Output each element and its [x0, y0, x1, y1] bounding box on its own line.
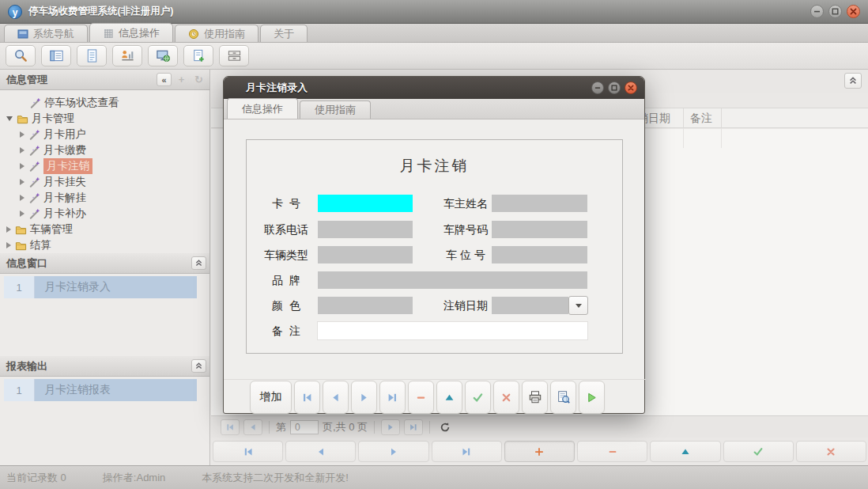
collapsed-arrow-icon[interactable]: [20, 179, 25, 185]
tab-system-nav[interactable]: 系统导航: [4, 25, 88, 42]
first-record-button[interactable]: [294, 381, 320, 414]
vehicle-type-input[interactable]: [318, 246, 413, 263]
cancel-button[interactable]: [493, 381, 519, 414]
search-button[interactable]: [6, 45, 36, 66]
record-edit-button[interactable]: [650, 441, 720, 462]
page-number-input[interactable]: [290, 420, 319, 434]
tab-user-guide[interactable]: 使用指南: [175, 25, 259, 42]
tree-item-settlement[interactable]: 结算: [0, 237, 209, 253]
page-prev-button[interactable]: [243, 419, 262, 435]
tree-item-label: 月卡缴费: [43, 143, 86, 157]
dialog-maximize-button[interactable]: [608, 82, 621, 94]
chevron-down-icon: [576, 304, 582, 308]
dialog-titlebar[interactable]: 月卡注销录入: [224, 77, 644, 99]
execute-button[interactable]: [579, 381, 605, 414]
space-no-input[interactable]: [492, 246, 587, 263]
remark-input[interactable]: [318, 322, 587, 339]
collapsed-arrow-icon[interactable]: [6, 242, 11, 248]
print-button[interactable]: [522, 381, 548, 414]
add-button[interactable]: 增加: [250, 381, 292, 414]
minimize-button[interactable]: [810, 5, 824, 18]
add-icon[interactable]: +: [174, 73, 189, 86]
tree-item-monthly-card-mgmt[interactable]: 月卡管理: [0, 111, 209, 127]
user-report-button[interactable]: [112, 45, 142, 66]
page-last-button[interactable]: [404, 419, 423, 435]
column-header-remark[interactable]: 备注: [690, 108, 720, 129]
edit-button[interactable]: [436, 381, 462, 414]
data-list-icon: [49, 48, 64, 63]
owner-name-input[interactable]: [492, 195, 587, 212]
panel-title: 信息管理: [6, 73, 47, 87]
wand-icon: [29, 97, 41, 109]
info-window-row[interactable]: 1 月卡注销录入: [4, 276, 197, 298]
status-bar: 当前记录数 0 操作者:Admin 本系统支持二次开发和全新开发!: [0, 465, 868, 489]
collapsed-arrow-icon[interactable]: [20, 147, 25, 154]
collapse-sidebar-button[interactable]: «: [157, 73, 172, 86]
tree-item-card-unloss[interactable]: 月卡解挂: [0, 190, 209, 206]
record-first-button[interactable]: [213, 441, 283, 462]
tab-info-operation[interactable]: 信息操作: [89, 23, 173, 42]
last-record-button[interactable]: [379, 381, 406, 414]
drawer-button[interactable]: [219, 45, 249, 66]
page-next-button[interactable]: [381, 419, 400, 435]
monitor-button[interactable]: [148, 45, 178, 66]
prev-record-button[interactable]: [323, 381, 349, 414]
tree-item-card-reissue[interactable]: 月卡补办: [0, 206, 209, 222]
tree-item-card-cancel[interactable]: 月卡注销: [0, 158, 209, 174]
record-cancel-button[interactable]: [796, 441, 866, 462]
folder-icon: [17, 113, 28, 125]
maximize-button[interactable]: [828, 5, 842, 18]
delete-button[interactable]: [408, 381, 434, 414]
close-button[interactable]: [847, 5, 860, 18]
record-delete-button[interactable]: [577, 441, 647, 462]
collapsed-arrow-icon[interactable]: [20, 163, 25, 169]
collapsed-arrow-icon[interactable]: [20, 195, 25, 201]
color-input[interactable]: [318, 297, 413, 314]
tree-item-vehicle-mgmt[interactable]: 车辆管理: [0, 222, 209, 237]
tree-item-parking-status[interactable]: 停车场状态查看: [0, 95, 209, 111]
print-preview-button[interactable]: [550, 381, 576, 414]
minus-icon: [607, 446, 618, 457]
collapsed-arrow-icon[interactable]: [20, 210, 25, 217]
record-last-button[interactable]: [432, 441, 502, 462]
collapse-panel-button[interactable]: [191, 256, 206, 270]
refresh-button[interactable]: [436, 419, 454, 435]
record-add-button[interactable]: [504, 441, 575, 462]
tree-item-card-payment[interactable]: 月卡缴费: [0, 142, 209, 158]
record-prev-button[interactable]: [285, 441, 356, 462]
record-confirm-button[interactable]: [723, 441, 794, 462]
tab-label: 使用指南: [204, 27, 245, 41]
cancel-date-input[interactable]: [492, 297, 568, 314]
collapsed-arrow-icon[interactable]: [6, 226, 11, 233]
phone-input[interactable]: [318, 221, 413, 238]
plate-no-input[interactable]: [492, 221, 587, 238]
tree-item-card-user[interactable]: 月卡用户: [0, 127, 209, 142]
document-button[interactable]: [77, 45, 107, 66]
confirm-button[interactable]: [465, 381, 491, 414]
page-first-button[interactable]: [221, 419, 240, 435]
wand-icon: [28, 145, 40, 157]
dialog-tab-info-operation[interactable]: 信息操作: [227, 98, 298, 119]
dialog-minimize-button[interactable]: [591, 82, 604, 94]
tree-item-card-loss[interactable]: 月卡挂失: [0, 174, 209, 190]
tab-label: 信息操作: [242, 102, 283, 116]
card-no-input[interactable]: [318, 195, 413, 212]
dialog-close-button[interactable]: [625, 82, 637, 94]
tree-item-label: 结算: [30, 238, 51, 252]
report-output-row[interactable]: 1 月卡注销报表: [4, 379, 197, 401]
refresh-icon[interactable]: ↻: [191, 73, 206, 86]
collapse-content-button[interactable]: [844, 73, 862, 89]
collapsed-arrow-icon[interactable]: [20, 131, 25, 138]
brand-input[interactable]: [318, 271, 587, 289]
cancel-date-dropdown-button[interactable]: [568, 296, 588, 315]
dialog-tab-user-guide[interactable]: 使用指南: [300, 100, 371, 119]
next-record-button[interactable]: [351, 381, 377, 414]
data-list-button[interactable]: [41, 45, 71, 66]
x-icon: [825, 446, 836, 457]
tab-about[interactable]: 关于: [260, 25, 308, 42]
record-next-button[interactable]: [358, 441, 428, 462]
expand-arrow-icon[interactable]: [6, 116, 13, 121]
remark-label: 备 注: [256, 322, 316, 339]
new-document-button[interactable]: [183, 45, 213, 66]
collapse-panel-button[interactable]: [191, 359, 206, 373]
